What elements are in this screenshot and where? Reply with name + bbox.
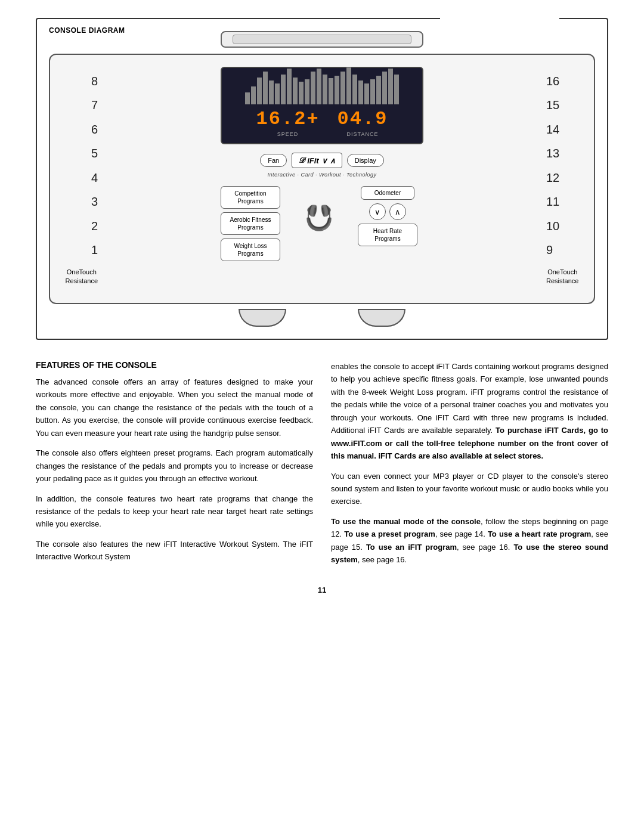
headphone-jack-icon: 🎧 — [304, 204, 334, 232]
distance-display: 04.9 DISTANCE — [338, 108, 388, 137]
chart-bar — [269, 80, 274, 104]
right-programs: Odometer ∨ ∧ Heart RatePrograms — [358, 186, 417, 246]
console-diagram-section: CONSOLE DIAGRAM 8 7 6 5 4 3 2 1 OneTouch — [36, 18, 608, 340]
chart-bar — [364, 83, 369, 104]
right-num-9: 9 — [546, 241, 553, 258]
chart-bar — [352, 75, 357, 104]
down-arrow-button[interactable]: ∨ — [369, 203, 386, 220]
features-right-col: enables the console to accept iFIT Cards… — [331, 360, 608, 574]
right-para1: enables the console to accept iFIT Cards… — [331, 360, 608, 463]
console-center: 16.2+ SPEED 04.9 DISTANCE Fan — [98, 67, 546, 291]
bar-chart — [228, 69, 416, 104]
chart-bar — [376, 76, 381, 104]
chart-bar — [305, 79, 309, 104]
right-num-14: 14 — [546, 121, 559, 138]
page-number: 11 — [36, 586, 608, 594]
right-num-10: 10 — [546, 218, 559, 234]
chart-bar — [358, 80, 363, 104]
onetouch-left-label: OneTouchResistance — [66, 268, 98, 285]
console-body: 8 7 6 5 4 3 2 1 OneTouchResistance — [49, 54, 595, 304]
right-number-column: 16 15 14 13 12 11 10 9 OneTouchResistanc… — [546, 67, 588, 291]
display-button[interactable]: Display — [347, 154, 384, 167]
left-num-5: 5 — [91, 145, 98, 162]
ifit-tagline: Interactive · Card · Workout · Technolog… — [267, 172, 376, 178]
ifit-slot[interactable]: 𝒟 iFit ∨ ∧ — [292, 153, 342, 168]
ifit-brand: iFit — [307, 156, 319, 165]
left-number-column: 8 7 6 5 4 3 2 1 OneTouchResistance — [56, 67, 98, 291]
left-num-7: 7 — [91, 97, 98, 113]
left-num-6: 6 — [91, 121, 98, 138]
left-num-4: 4 — [91, 169, 98, 186]
chevron-up-icon[interactable]: ∧ — [330, 156, 336, 165]
top-strip — [221, 31, 423, 48]
left-num-1: 1 — [91, 241, 98, 258]
speed-display: 16.2+ SPEED — [256, 108, 320, 137]
chart-bar — [382, 72, 387, 104]
odometer-button[interactable]: Odometer — [361, 186, 414, 200]
features-section: FEATURES OF THE CONSOLE The advanced con… — [36, 360, 608, 574]
chart-bar — [370, 79, 375, 104]
chart-bar — [299, 82, 304, 104]
chart-bar — [287, 69, 292, 104]
left-num-2: 2 — [91, 218, 98, 234]
fan-button[interactable]: Fan — [260, 154, 287, 167]
speed-label: SPEED — [277, 131, 299, 137]
chart-bar — [394, 75, 399, 104]
bottom-handles — [239, 309, 405, 327]
features-para4: The console also features the new iFIT I… — [36, 538, 313, 563]
display-screen: 16.2+ SPEED 04.9 DISTANCE — [221, 67, 423, 144]
chart-bar — [346, 67, 351, 104]
distance-value: 04.9 — [338, 108, 388, 130]
right-para3: To use the manual mode of the console, f… — [331, 515, 608, 566]
right-num-13: 13 — [546, 145, 559, 162]
up-arrow-button[interactable]: ∧ — [389, 203, 406, 220]
programs-row: CompetitionPrograms Aerobic FitnessProgr… — [221, 186, 423, 261]
top-strip-inner — [233, 35, 411, 44]
features-para2: The console also offers eighteen preset … — [36, 447, 313, 485]
distance-label: DISTANCE — [347, 131, 379, 137]
display-numbers: 16.2+ SPEED 04.9 DISTANCE — [228, 108, 416, 137]
right-num-15: 15 — [546, 97, 559, 113]
aerobic-fitness-programs-button[interactable]: Aerobic FitnessPrograms — [221, 212, 280, 235]
left-handle — [239, 309, 286, 327]
chart-bar — [257, 78, 262, 104]
console-diagram-inner: 8 7 6 5 4 3 2 1 OneTouchResistance — [37, 19, 607, 339]
control-row: Fan 𝒟 iFit ∨ ∧ Display — [221, 153, 423, 168]
speed-value: 16.2+ — [256, 108, 320, 130]
chart-bar — [275, 83, 280, 104]
chart-bar — [329, 78, 333, 104]
right-para2: You can even connect your MP3 player or … — [331, 470, 608, 508]
left-num-3: 3 — [91, 193, 98, 210]
right-num-12: 12 — [546, 169, 559, 186]
features-title: FEATURES OF THE CONSOLE — [36, 360, 313, 370]
left-programs: CompetitionPrograms Aerobic FitnessProgr… — [221, 186, 280, 261]
chart-bar — [251, 86, 256, 104]
right-handle — [358, 309, 405, 327]
chart-bar — [388, 69, 393, 104]
nav-arrows: ∨ ∧ — [369, 203, 406, 220]
features-para1: The advanced console offers an array of … — [36, 376, 313, 439]
onetouch-right-label: OneTouchResistance — [546, 268, 578, 285]
features-para3: In addition, the console features two he… — [36, 493, 313, 531]
heart-rate-programs-button[interactable]: Heart RatePrograms — [358, 224, 417, 246]
chart-bar — [317, 69, 321, 104]
chart-bar — [340, 72, 345, 104]
right-num-16: 16 — [546, 73, 559, 89]
features-left-col: FEATURES OF THE CONSOLE The advanced con… — [36, 360, 313, 574]
chart-bar — [245, 92, 250, 104]
chart-bar — [311, 72, 315, 104]
left-num-8: 8 — [91, 73, 98, 89]
chart-bar — [293, 78, 298, 104]
chart-bar — [335, 76, 339, 104]
chart-bar — [323, 75, 327, 104]
chevron-down-icon[interactable]: ∨ — [321, 156, 327, 165]
ifit-logo-icon: 𝒟 — [298, 156, 305, 165]
competition-programs-button[interactable]: CompetitionPrograms — [221, 186, 280, 209]
chart-bar — [263, 72, 268, 104]
weight-loss-programs-button[interactable]: Weight LossPrograms — [221, 239, 280, 261]
chart-bar — [281, 75, 286, 104]
right-num-11: 11 — [546, 193, 559, 210]
